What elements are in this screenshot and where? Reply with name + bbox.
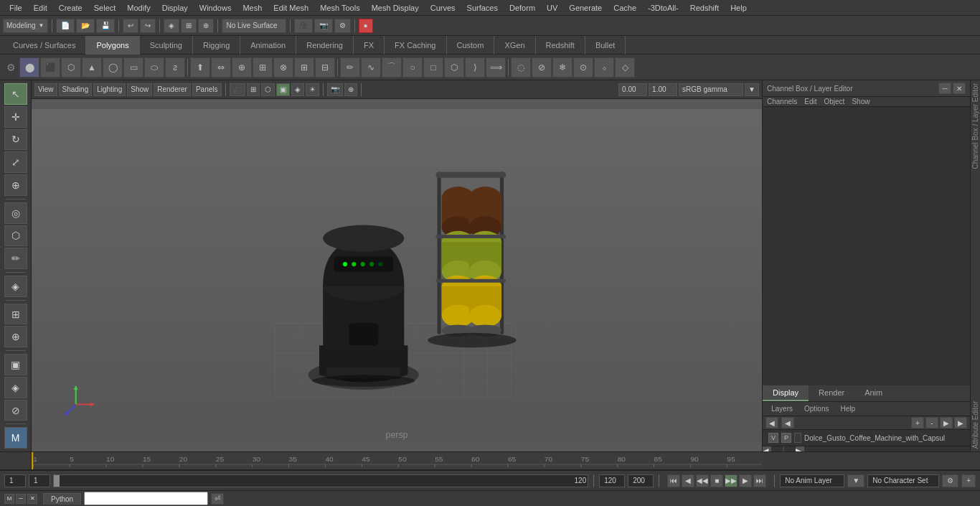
cb-object-menu[interactable]: Object — [824, 98, 845, 106]
vt-colorspace-btn[interactable]: sRGB gamma — [679, 83, 743, 96]
menu-surfaces[interactable]: Surfaces — [461, 2, 504, 14]
stop-btn[interactable]: ■ — [710, 474, 723, 487]
shelf-cylinder[interactable]: ⬡ — [61, 57, 81, 78]
script-run-btn[interactable]: ⏎ — [211, 493, 224, 505]
layer-item-1[interactable]: V P Dolce_Gusto_Coffee_Machine_with_Caps… — [765, 431, 967, 444]
script-minimize[interactable]: ─ — [16, 494, 26, 504]
tab-render[interactable]: Render — [809, 385, 854, 401]
prev-keyframe-btn[interactable]: ⏮ — [667, 474, 680, 487]
tab-polygons[interactable]: Polygons — [86, 36, 139, 55]
layer-add-btn[interactable]: + — [911, 417, 924, 428]
vt-view-menu[interactable]: View — [34, 83, 57, 96]
tab-bullet[interactable]: Bullet — [585, 36, 626, 55]
redo-btn[interactable]: ↪ — [140, 19, 156, 33]
select-tool[interactable]: ↖ — [4, 83, 27, 105]
universal-manip-tool[interactable]: ⊕ — [4, 174, 27, 196]
menu-display[interactable]: Display — [156, 2, 194, 14]
menu-windows[interactable]: Windows — [194, 2, 237, 14]
xray-tool[interactable]: ⊘ — [4, 400, 27, 421]
layer-delete-btn[interactable]: - — [925, 417, 938, 428]
soft-select-tool[interactable]: ◎ — [4, 202, 27, 224]
shelf-merge[interactable]: ⊕ — [232, 57, 252, 78]
shelf-smooth[interactable]: ◌ — [511, 57, 531, 78]
cb-channels-menu[interactable]: Channels — [767, 98, 797, 106]
anim-layer-arrow[interactable]: ▼ — [847, 474, 864, 487]
shelf-freeze[interactable]: ❄ — [552, 57, 573, 78]
render-region-tool[interactable]: ▣ — [4, 354, 27, 375]
tab-anim[interactable]: Anim — [854, 385, 892, 401]
shelf-ep-curve[interactable]: ∿ — [361, 57, 381, 78]
channel-box-vertical-label[interactable]: Channel Box / Layer Editor — [970, 80, 980, 172]
transform-mode-btn[interactable]: ◈ — [164, 19, 179, 33]
cb-show-menu[interactable]: Show — [852, 98, 870, 106]
attribute-editor-vertical-label[interactable]: Attribute Editor — [970, 398, 980, 451]
shelf-sphere[interactable]: ⬤ — [19, 57, 39, 78]
rotate-tool[interactable]: ↻ — [4, 129, 27, 151]
color-circle-btn[interactable]: ● — [359, 19, 373, 33]
character-set-btn1[interactable]: ⚙ — [942, 474, 958, 487]
snap-point-tool[interactable]: ⊕ — [4, 326, 27, 347]
snap-grid-btn[interactable]: ⊞ — [181, 19, 197, 33]
maya-icon[interactable]: M — [4, 427, 27, 449]
shelf-delete-history[interactable]: ⊘ — [532, 57, 552, 78]
layer-tab-layers[interactable]: Layers — [765, 403, 798, 414]
menu-deform[interactable]: Deform — [504, 2, 541, 14]
shelf-booleans[interactable]: ⊗ — [273, 57, 293, 78]
python-tab[interactable]: Python — [43, 493, 81, 505]
shelf-separate[interactable]: ⊟ — [315, 57, 335, 78]
layer-scroll-right-btn[interactable]: ▶ — [940, 417, 953, 428]
shelf-cube[interactable]: ⬛ — [40, 57, 60, 78]
layer-scroll-left-btn[interactable]: ◀ — [765, 417, 778, 428]
character-set-btn2[interactable]: + — [961, 474, 976, 487]
layer-scroll-thumb[interactable] — [783, 446, 784, 452]
live-surface-btn[interactable]: No Live Surface — [222, 19, 286, 33]
shelf-settings-btn[interactable]: ⚙ — [3, 57, 19, 78]
play-back-btn[interactable]: ◀◀ — [696, 474, 709, 487]
menu-generate[interactable]: Generate — [563, 2, 608, 14]
lasso-tool[interactable]: ⬡ — [4, 225, 27, 247]
shelf-subdivide[interactable]: ⊞ — [253, 57, 273, 78]
scale-tool[interactable]: ⤢ — [4, 151, 27, 173]
vt-solid-btn[interactable]: ▣ — [276, 83, 290, 96]
shelf-plane[interactable]: ▭ — [123, 57, 143, 78]
shelf-disc[interactable]: ⬭ — [144, 57, 164, 78]
tab-display[interactable]: Display — [763, 385, 809, 401]
undo-btn[interactable]: ↩ — [123, 19, 138, 33]
new-file-btn[interactable]: 📄 — [56, 19, 75, 33]
layer-type-btn[interactable]: P — [781, 433, 791, 443]
snap-point-btn[interactable]: ⊕ — [198, 19, 214, 33]
tab-sculpting[interactable]: Sculpting — [140, 36, 193, 55]
vt-texture-btn[interactable]: ◈ — [291, 83, 304, 96]
vt-wireframe-btn[interactable]: ⬡ — [261, 83, 275, 96]
max-frames-field[interactable]: 200 — [628, 474, 654, 487]
tab-redshift[interactable]: Redshift — [536, 36, 585, 55]
shelf-center-pivot[interactable]: ⊙ — [573, 57, 593, 78]
vt-shading-menu[interactable]: Shading — [59, 83, 93, 96]
menu-mesh-display[interactable]: Mesh Display — [366, 2, 425, 14]
timeline-slider-thumb[interactable] — [54, 475, 60, 487]
ipr-btn[interactable]: 📷 — [314, 19, 333, 33]
menu-mesh[interactable]: Mesh — [237, 2, 268, 14]
shelf-combine[interactable]: ⊞ — [294, 57, 314, 78]
menu-cache[interactable]: Cache — [608, 2, 642, 14]
anim-layer-field[interactable]: No Anim Layer — [780, 474, 844, 487]
frame-start-field[interactable]: 1 — [29, 474, 50, 487]
vt-scale-field[interactable]: 1.00 — [649, 83, 677, 96]
next-keyframe-btn[interactable]: ⏭ — [753, 474, 766, 487]
layer-scrollbar[interactable]: ◀ ▶ — [763, 446, 970, 451]
layer-scroll-left-arrow[interactable]: ◀ — [763, 446, 771, 452]
tab-rendering[interactable]: Rendering — [296, 36, 354, 55]
layer-scroll-right-arrow[interactable]: ▶ — [796, 446, 804, 452]
vt-colorspace-arrow[interactable]: ▼ — [745, 83, 759, 96]
render-settings-btn[interactable]: ⚙ — [334, 19, 351, 33]
layer-tab-options[interactable]: Options — [798, 403, 834, 414]
shelf-nurbs-cyl[interactable]: ⬡ — [444, 57, 464, 78]
cb-close-btn[interactable]: ✕ — [953, 83, 966, 94]
menu-edit[interactable]: Edit — [28, 2, 53, 14]
show-manip-tool[interactable]: ◈ — [4, 276, 27, 297]
playback-end-field[interactable]: 120 — [599, 474, 625, 487]
shelf-ungroup[interactable]: ◇ — [615, 57, 635, 78]
script-input[interactable] — [84, 492, 208, 505]
menu-select[interactable]: Select — [88, 2, 122, 14]
layer-scroll-left2-btn[interactable]: ◀ — [781, 417, 794, 428]
